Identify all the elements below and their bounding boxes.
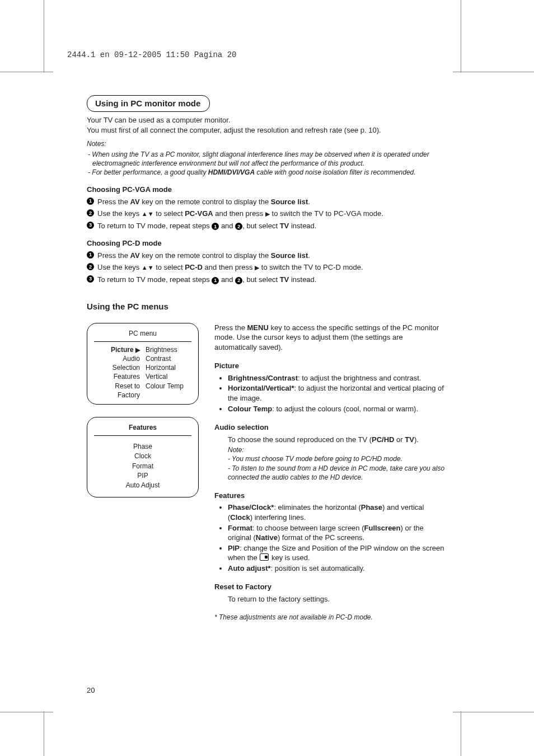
inline-circle-2-icon: 2 xyxy=(235,277,242,284)
features-heading: Features xyxy=(214,491,445,501)
picture-heading: Picture xyxy=(214,361,445,371)
menu-item-phase: Phase xyxy=(94,442,191,451)
features-menu-box: Features Phase Clock Format PIP Auto Adj… xyxy=(87,417,199,497)
crop-mark xyxy=(0,72,53,72)
inline-circle-1-icon: 1 xyxy=(212,277,219,284)
menu-item-picture: Picture ▶ xyxy=(94,345,140,354)
pip-key-icon xyxy=(260,553,269,561)
bullet-brightness-contrast: Brightness/Contrast: to adjust the brigh… xyxy=(228,373,445,383)
step-circle-2-icon: 2 xyxy=(87,209,94,217)
pcd-step-1: 1 Press the AV key on the remote control… xyxy=(87,251,445,261)
crop-mark xyxy=(44,711,44,756)
menu-item-features: Features xyxy=(94,372,140,381)
notes-list: - When using the TV as a PC monitor, sli… xyxy=(87,150,445,177)
right-arrow-icon: ▶ xyxy=(265,210,270,217)
crop-mark xyxy=(453,712,534,712)
page-number: 20 xyxy=(87,686,95,694)
menu-intro-text: Press the MENU key to access the specifi… xyxy=(214,323,445,353)
audio-note-1: - You must choose TV mode before going t… xyxy=(228,454,445,463)
section-title-pc-monitor: Using in PC monitor mode xyxy=(87,95,210,112)
note-2: - For better performance, a good quality… xyxy=(87,168,445,177)
vga-step-1: 1 Press the AV key on the remote control… xyxy=(87,197,445,207)
bullet-colour-temp: Colour Temp: to adjust the colours (cool… xyxy=(228,404,445,414)
reset-heading: Reset to Factory xyxy=(214,582,445,592)
crop-mark xyxy=(453,72,534,72)
print-header: 2444.1 en 09-12-2005 11:50 Pagina 20 xyxy=(67,50,236,59)
audio-body-text: To choose the sound reproduced on the TV… xyxy=(214,435,445,445)
menu-item-horizontal: Horizontal xyxy=(146,363,191,372)
vga-step-2: 2 Use the keys ▲▼ to select PC-VGA and t… xyxy=(87,209,445,219)
up-down-arrows-icon: ▲▼ xyxy=(142,210,154,217)
audio-note-label: Note: xyxy=(228,445,445,454)
crop-mark xyxy=(0,712,53,712)
right-arrow-icon: ▶ xyxy=(255,264,259,271)
bullet-pip: PIP: change the Size and Position of the… xyxy=(228,543,445,563)
crop-mark xyxy=(461,711,461,756)
crop-mark xyxy=(44,0,44,73)
two-column-layout: PC menu Picture ▶ Audio Selection Featur… xyxy=(87,323,445,622)
bullet-phase-clock: Phase/Clock*: eliminates the horizontal … xyxy=(228,503,445,522)
features-menu-title: Features xyxy=(94,423,191,436)
step-circle-1-icon: 1 xyxy=(87,251,94,259)
content-area: Using in PC monitor mode Your TV can be … xyxy=(87,95,445,622)
step-circle-3-icon: 3 xyxy=(87,275,94,283)
reset-body: To return to the factory settings. xyxy=(214,594,445,604)
inline-circle-1-icon: 1 xyxy=(212,223,219,230)
up-down-arrows-icon: ▲▼ xyxy=(142,264,154,271)
pc-menu-right-col: Brightness Contrast Horizontal Vertical … xyxy=(146,345,191,400)
subhead-choosing-pc-d: Choosing PC-D mode xyxy=(87,238,445,248)
bullet-format: Format: to choose between large screen (… xyxy=(228,523,445,543)
features-bullets: Phase/Clock*: eliminates the horizontal … xyxy=(214,503,445,573)
step-circle-3-icon: 3 xyxy=(87,222,94,229)
right-arrow-icon: ▶ xyxy=(135,346,140,353)
pc-menu-box: PC menu Picture ▶ Audio Selection Featur… xyxy=(87,323,199,405)
audio-selection-heading: Audio selection xyxy=(214,422,445,433)
pcd-step-3: 3 To return to TV mode, repeat steps 1 a… xyxy=(87,275,445,285)
menu-item-format: Format xyxy=(94,462,191,471)
menu-item-colour-temp: Colour Temp xyxy=(146,382,191,391)
step-circle-1-icon: 1 xyxy=(87,198,94,205)
menu-item-contrast: Contrast xyxy=(146,354,191,363)
footnote: * These adjustments are not available in… xyxy=(214,613,445,622)
pcd-step-2: 2 Use the keys ▲▼ to select PC-D and the… xyxy=(87,262,445,273)
audio-note-2: - To listen to the sound from a HD devic… xyxy=(228,464,445,482)
inline-circle-2-icon: 2 xyxy=(235,223,242,230)
notes-label: Notes: xyxy=(87,139,445,148)
pc-menu-title: PC menu xyxy=(94,329,191,342)
bullet-horizontal-vertical: Horizontal/Vertical*: to adjust the hori… xyxy=(228,383,445,403)
menu-item-audio-selection: Audio Selection xyxy=(94,354,140,372)
section-title-pc-menus: Using the PC menus xyxy=(87,301,445,312)
vga-step-3: 3 To return to TV mode, repeat steps 1 a… xyxy=(87,221,445,231)
page: 2444.1 en 09-12-2005 11:50 Pagina 20 Usi… xyxy=(0,0,534,756)
pc-menu-left-col: Picture ▶ Audio Selection Features Reset… xyxy=(94,345,140,400)
intro-text: Your TV can be used as a computer monito… xyxy=(87,115,445,135)
intro-line-1: Your TV can be used as a computer monito… xyxy=(87,116,231,124)
crop-mark xyxy=(461,0,461,73)
left-column: PC menu Picture ▶ Audio Selection Featur… xyxy=(87,323,199,510)
right-column: Press the MENU key to access the specifi… xyxy=(214,323,445,622)
menu-item-reset-to-factory: Reset to Factory xyxy=(94,382,140,400)
menu-item-pip: PIP xyxy=(94,471,191,480)
subhead-choosing-pc-vga: Choosing PC-VGA mode xyxy=(87,185,445,195)
menu-item-auto-adjust: Auto Adjust xyxy=(94,481,191,490)
menu-item-clock: Clock xyxy=(94,452,191,461)
menu-item-brightness: Brightness xyxy=(146,345,191,354)
bullet-auto-adjust: Auto adjust*: position is set automatica… xyxy=(228,564,445,574)
picture-bullets: Brightness/Contrast: to adjust the brigh… xyxy=(214,373,445,414)
step-circle-2-icon: 2 xyxy=(87,263,94,270)
note-1: - When using the TV as a PC monitor, sli… xyxy=(87,150,445,168)
intro-line-2: You must first of all connect the comput… xyxy=(87,126,381,134)
features-menu-list: Phase Clock Format PIP Auto Adjust xyxy=(94,439,191,492)
menu-item-vertical: Vertical xyxy=(146,372,191,381)
audio-notes: Note: - You must choose TV mode before g… xyxy=(214,445,445,482)
